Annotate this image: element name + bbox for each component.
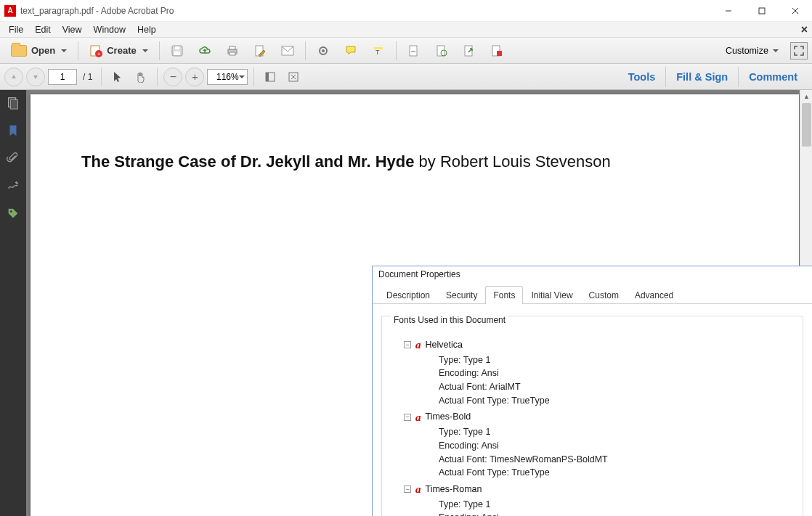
dialog-tabs: Description Security Fonts Initial View … bbox=[373, 282, 812, 304]
cursor-icon bbox=[111, 70, 124, 83]
nav-toolbar: / 1 − + 116% Tools Fill & Sign Comment bbox=[0, 64, 812, 90]
highlight-icon: T bbox=[372, 44, 385, 57]
svg-rect-26 bbox=[266, 73, 269, 81]
signatures-tab[interactable] bbox=[6, 179, 20, 193]
page-down-button[interactable] bbox=[26, 67, 45, 86]
menu-edit[interactable]: Edit bbox=[29, 23, 57, 36]
fit-page-button[interactable] bbox=[283, 67, 304, 87]
highlight-button[interactable]: T bbox=[365, 41, 391, 61]
font-detail-line: Type: Type 1 bbox=[439, 498, 798, 512]
reading-mode-button[interactable] bbox=[260, 67, 280, 87]
fullscreen-button[interactable] bbox=[790, 42, 808, 60]
font-detail-line: Encoding: Ansi bbox=[439, 366, 798, 380]
tree-collapse-button[interactable]: − bbox=[404, 414, 411, 421]
menu-window[interactable]: Window bbox=[88, 23, 131, 36]
primary-toolbar: Open + Create T Customize bbox=[0, 38, 812, 64]
menu-help[interactable]: Help bbox=[131, 23, 162, 36]
open-button[interactable]: Open bbox=[4, 41, 73, 61]
folder-icon bbox=[11, 45, 27, 57]
minimize-button[interactable] bbox=[712, 0, 745, 21]
font-name: Times-Roman bbox=[426, 483, 482, 496]
svg-point-30 bbox=[10, 210, 12, 213]
tags-tab[interactable] bbox=[6, 206, 20, 221]
close-button[interactable] bbox=[779, 0, 812, 21]
comment-panel-button[interactable]: Comment bbox=[738, 67, 808, 87]
tag-icon bbox=[7, 207, 20, 220]
scroll-up-button[interactable]: ▲ bbox=[800, 90, 812, 102]
title-bar: A text_paragraph.pdf - Adobe Acrobat Pro bbox=[0, 0, 812, 22]
tab-custom[interactable]: Custom bbox=[581, 286, 627, 304]
select-tool-button[interactable] bbox=[107, 67, 128, 87]
font-node: −aTimes-RomanType: Type 1Encoding: AnsiA… bbox=[404, 481, 798, 516]
svg-text:T: T bbox=[375, 49, 380, 56]
cloud-button[interactable] bbox=[192, 41, 218, 61]
edit-icon bbox=[253, 44, 267, 57]
print-button[interactable] bbox=[219, 41, 245, 61]
multimedia-icon bbox=[490, 44, 503, 57]
svg-text:+: + bbox=[97, 51, 101, 57]
sign-icon bbox=[407, 44, 421, 57]
create-button[interactable]: + Create bbox=[83, 41, 154, 61]
tab-security[interactable]: Security bbox=[438, 286, 485, 304]
thumbnails-tab[interactable] bbox=[6, 96, 20, 110]
sign-button[interactable] bbox=[401, 41, 427, 61]
font-node: −aHelveticaType: Type 1Encoding: AnsiAct… bbox=[404, 337, 798, 408]
bookmark-icon bbox=[7, 124, 20, 137]
maximize-button[interactable] bbox=[745, 0, 779, 21]
zoom-in-button[interactable]: + bbox=[185, 67, 204, 86]
left-sidebar bbox=[0, 90, 26, 516]
caret-icon bbox=[61, 49, 67, 52]
font-head: −aHelvetica bbox=[404, 337, 798, 353]
font-icon: a bbox=[414, 337, 423, 353]
font-head: −aTimes-Bold bbox=[404, 409, 798, 426]
stamp-button[interactable] bbox=[429, 41, 455, 61]
export-icon bbox=[463, 44, 476, 57]
tab-fonts[interactable]: Fonts bbox=[485, 286, 523, 304]
gear-button[interactable] bbox=[310, 41, 336, 61]
plus-icon: + bbox=[192, 71, 198, 82]
fit-icon bbox=[287, 70, 300, 83]
tree-collapse-button[interactable]: − bbox=[404, 486, 411, 493]
menu-file[interactable]: File bbox=[3, 23, 29, 36]
multimedia-button[interactable] bbox=[484, 41, 510, 61]
menu-bar: File Edit View Window Help × bbox=[0, 22, 812, 38]
svg-rect-19 bbox=[410, 46, 417, 56]
tree-collapse-button[interactable]: − bbox=[404, 341, 411, 348]
main-area: The Strange Case of Dr. Jekyll and Mr. H… bbox=[0, 90, 812, 516]
font-icon: a bbox=[414, 409, 423, 426]
export-button[interactable] bbox=[456, 41, 482, 61]
attachments-tab[interactable] bbox=[6, 151, 20, 165]
edit-doc-button[interactable] bbox=[247, 41, 273, 61]
tab-description[interactable]: Description bbox=[378, 286, 438, 304]
comment-icon bbox=[344, 44, 357, 57]
email-button[interactable] bbox=[275, 41, 301, 61]
tools-panel-button[interactable]: Tools bbox=[618, 67, 666, 87]
print-icon bbox=[226, 44, 239, 57]
menu-view[interactable]: View bbox=[57, 23, 88, 36]
tab-advanced[interactable]: Advanced bbox=[627, 286, 681, 304]
save-button[interactable] bbox=[164, 41, 190, 61]
zoom-level-combo[interactable]: 116% bbox=[207, 69, 248, 85]
close-document-button[interactable]: × bbox=[801, 23, 808, 36]
font-detail-line: Type: Type 1 bbox=[439, 353, 798, 367]
page-number-input[interactable] bbox=[48, 69, 77, 85]
font-name: Times-Bold bbox=[426, 410, 471, 424]
customize-button[interactable]: Customize bbox=[720, 46, 784, 56]
fonts-panel: Fonts Used in this Document −aHelveticaT… bbox=[373, 304, 812, 516]
bookmarks-tab[interactable] bbox=[6, 123, 20, 138]
dialog-title: Document Properties bbox=[373, 266, 812, 282]
document-properties-dialog: Document Properties Description Security… bbox=[372, 266, 812, 516]
scroll-thumb[interactable] bbox=[802, 103, 811, 147]
tab-initial-view[interactable]: Initial View bbox=[523, 286, 580, 304]
font-detail-line: Actual Font: TimesNewRomanPS-BoldMT bbox=[439, 453, 798, 467]
comment-bubble-button[interactable] bbox=[338, 41, 364, 61]
hand-tool-button[interactable] bbox=[131, 67, 151, 87]
svg-rect-12 bbox=[230, 52, 235, 55]
zoom-out-button[interactable]: − bbox=[163, 67, 182, 86]
svg-rect-11 bbox=[230, 46, 235, 49]
page-up-button[interactable] bbox=[4, 67, 23, 86]
caret-icon bbox=[142, 49, 148, 52]
arrow-down-icon bbox=[32, 73, 39, 81]
thumbnails-icon bbox=[7, 97, 20, 110]
fill-sign-panel-button[interactable]: Fill & Sign bbox=[665, 67, 738, 87]
